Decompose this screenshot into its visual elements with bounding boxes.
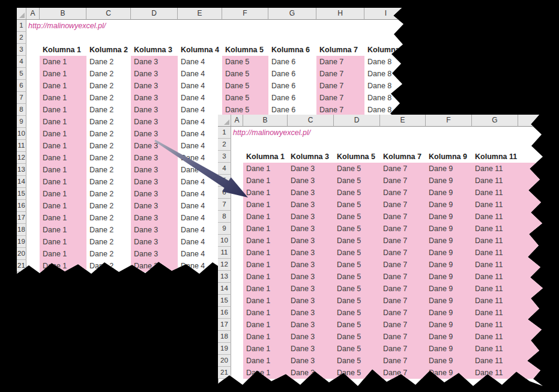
row-number-2[interactable]: 2	[17, 32, 26, 44]
data-cell[interactable]: Dane 2	[86, 188, 131, 200]
data-cell[interactable]: Dane 1	[243, 331, 288, 343]
row-number-15[interactable]: 15	[17, 188, 26, 200]
data-cell[interactable]: Dane 4	[178, 68, 222, 80]
data-cell[interactable]: Dane 4	[178, 236, 222, 248]
row-number-1[interactable]: 1	[17, 20, 26, 32]
column-header-cell[interactable]: Kolumna 4	[178, 44, 222, 56]
cell-A17[interactable]	[26, 212, 40, 224]
data-cell[interactable]: Dane 8	[364, 80, 408, 92]
data-cell[interactable]: Dane 2	[86, 152, 131, 164]
column-letter-C[interactable]: C	[288, 115, 334, 127]
data-cell[interactable]: Dane 6	[268, 68, 316, 80]
column-letter-B[interactable]: B	[40, 8, 86, 20]
data-cell[interactable]: Dane 11	[472, 355, 518, 367]
cell-A20[interactable]	[26, 248, 40, 260]
cell-A14[interactable]	[26, 176, 40, 188]
row-number-14[interactable]: 14	[17, 176, 26, 188]
column-letter-A[interactable]: A	[26, 8, 40, 20]
row-number-17[interactable]: 17	[17, 212, 26, 224]
column-header-cell[interactable]: Kolumna 2	[86, 44, 131, 56]
data-cell[interactable]: Dane 1	[40, 164, 86, 176]
data-cell[interactable]: Dane 6	[268, 92, 316, 104]
column-letter-D[interactable]: D	[131, 8, 178, 20]
data-cell[interactable]: Dane 9	[426, 223, 472, 235]
column-header-cell[interactable]: Kolumna 6	[268, 44, 316, 56]
column-letter-G[interactable]: G	[268, 8, 316, 20]
data-cell[interactable]: Dane 7	[316, 80, 364, 92]
column-header-cell[interactable]: Kolumna 5	[334, 151, 380, 163]
data-cell[interactable]: Dane 9	[426, 199, 472, 211]
data-cell[interactable]: Dane 1	[243, 211, 288, 223]
cell-A18[interactable]	[26, 224, 40, 236]
column-header-cell[interactable]: Kolumna 1	[40, 44, 86, 56]
data-cell[interactable]: Dane 2	[86, 116, 131, 128]
data-cell[interactable]: Dane 1	[40, 80, 86, 92]
row-number-13[interactable]: 13	[17, 164, 26, 176]
data-cell[interactable]: Dane 9	[426, 211, 472, 223]
data-cell[interactable]: Dane 7	[380, 271, 426, 283]
cell-A9[interactable]	[231, 223, 243, 235]
data-cell[interactable]: Dane 6	[268, 80, 316, 92]
data-cell[interactable]: Dane 7	[380, 331, 426, 343]
data-cell[interactable]: Dane 7	[380, 319, 426, 331]
cell-A16[interactable]	[231, 307, 243, 319]
data-cell[interactable]: Dane 1	[40, 56, 86, 68]
column-header-cell[interactable]: Kolumna 3	[288, 151, 334, 163]
column-letter-F[interactable]: F	[426, 115, 472, 127]
data-cell[interactable]: Dane 1	[243, 343, 288, 355]
data-cell[interactable]: Dane 9	[426, 163, 472, 175]
data-cell[interactable]: Dane 3	[288, 343, 334, 355]
data-cell[interactable]: Dane 9	[426, 283, 472, 295]
row-number-20[interactable]: 20	[17, 248, 26, 260]
row-number-10[interactable]: 10	[218, 235, 231, 247]
column-letter-B[interactable]: B	[243, 115, 288, 127]
data-cell[interactable]: Dane 4	[178, 212, 222, 224]
data-cell[interactable]: Dane 3	[288, 259, 334, 271]
data-cell[interactable]: Dane 4	[178, 260, 222, 272]
url-link[interactable]: http://malinowyexcel.pl/	[231, 127, 547, 139]
cell-A2[interactable]	[26, 32, 40, 44]
data-cell[interactable]: Dane 2	[86, 104, 131, 116]
data-cell[interactable]: Dane 5	[334, 283, 380, 295]
row-number-19[interactable]: 19	[17, 236, 26, 248]
row-number-17[interactable]: 17	[218, 319, 231, 331]
data-cell[interactable]: Dane 11	[472, 283, 518, 295]
data-cell[interactable]: Dane 5	[222, 56, 268, 68]
row-number-21[interactable]: 21	[218, 367, 231, 379]
data-cell[interactable]: Dane 3	[288, 295, 334, 307]
data-cell[interactable]: Dane 2	[86, 128, 131, 140]
data-cell[interactable]: Dane 7	[380, 343, 426, 355]
data-cell[interactable]: Dane 3	[288, 367, 334, 379]
data-cell[interactable]: Dane 2	[86, 224, 131, 236]
row-number-4[interactable]: 4	[17, 56, 26, 68]
cell-A12[interactable]	[231, 259, 243, 271]
data-cell[interactable]: Dane 2	[86, 212, 131, 224]
data-cell[interactable]: Dane 1	[40, 248, 86, 260]
data-cell[interactable]: Dane 11	[472, 199, 518, 211]
data-cell[interactable]: Dane 4	[178, 224, 222, 236]
data-cell[interactable]: Dane 8	[364, 104, 408, 116]
url-link[interactable]: http://malinowyexcel.pl/	[26, 20, 408, 32]
cell-A21[interactable]	[26, 260, 40, 272]
data-cell[interactable]: Dane 9	[426, 355, 472, 367]
data-cell[interactable]: Dane 1	[40, 260, 86, 272]
column-letter-G[interactable]: G	[472, 115, 518, 127]
cell-A21[interactable]	[231, 367, 243, 379]
data-cell[interactable]: Dane 2	[86, 248, 131, 260]
data-cell[interactable]: Dane 2	[86, 200, 131, 212]
data-cell[interactable]: Dane 4	[178, 104, 222, 116]
column-letter-C[interactable]: C	[86, 8, 131, 20]
data-cell[interactable]: Dane 4	[178, 80, 222, 92]
cell-A14[interactable]	[231, 283, 243, 295]
data-cell[interactable]: Dane 7	[380, 211, 426, 223]
data-cell[interactable]: Dane 3	[131, 68, 178, 80]
column-letter-I[interactable]: I	[364, 8, 408, 20]
cell-A19[interactable]	[26, 236, 40, 248]
data-cell[interactable]: Dane 2	[86, 80, 131, 92]
data-cell[interactable]: Dane 5	[334, 331, 380, 343]
data-cell[interactable]: Dane 9	[426, 235, 472, 247]
column-letter-A[interactable]: A	[231, 115, 243, 127]
data-cell[interactable]: Dane 11	[472, 187, 518, 199]
data-cell[interactable]: Dane 5	[334, 211, 380, 223]
data-cell[interactable]: Dane 3	[288, 187, 334, 199]
